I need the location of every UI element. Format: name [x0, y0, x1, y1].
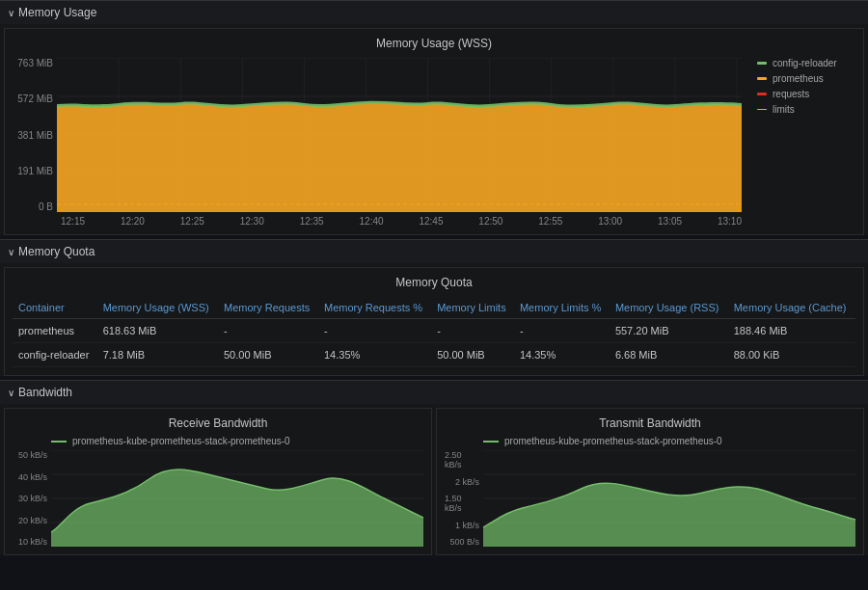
memory-usage-section: Memory Usage Memory Usage (WSS) 763 MiB … — [0, 0, 868, 235]
transmit-bw-legend: prometheus-kube-prometheus-stack-prometh… — [483, 436, 855, 446]
cell-memory-rss: 6.68 MiB — [610, 343, 728, 367]
transmit-bw-title: Transmit Bandwidth — [445, 416, 855, 430]
bandwidth-title: Bandwidth — [18, 386, 72, 399]
col-memory-rss: Memory Usage (RSS) — [610, 297, 728, 319]
col-container: Container — [13, 297, 97, 319]
cell-memory-requests-pct: 14.35% — [318, 343, 431, 367]
transmit-bandwidth-chart: Transmit Bandwidth prometheus-kube-prome… — [436, 408, 864, 555]
receive-bandwidth-chart: Receive Bandwidth prometheus-kube-promet… — [4, 408, 432, 555]
transmit-bw-chart-body: 2.50 kB/s 2 kB/s 1.50 kB/s 1 kB/s 500 B/… — [445, 450, 855, 547]
memory-usage-main-chart — [57, 58, 742, 212]
bandwidth-header[interactable]: Bandwidth — [0, 380, 868, 404]
col-memory-requests: Memory Requests — [218, 297, 318, 319]
memory-quota-header[interactable]: Memory Quota — [0, 239, 868, 263]
memory-quota-title: Memory Quota — [18, 245, 95, 258]
cell-memory-requests: - — [218, 319, 318, 343]
table-row: prometheus 618.63 MiB - - - - 557.20 MiB… — [13, 319, 855, 343]
memory-quota-table-panel: Memory Quota Container Memory Usage (WSS… — [4, 267, 864, 376]
receive-bw-legend: prometheus-kube-prometheus-stack-prometh… — [51, 436, 423, 446]
memory-usage-y-axis: 763 MiB 572 MiB 381 MiB 191 MiB 0 B — [13, 58, 57, 212]
table-header-row: Container Memory Usage (WSS) Memory Requ… — [13, 297, 855, 319]
cell-memory-cache: 88.00 KiB — [728, 343, 855, 367]
memory-usage-x-axis: 12:15 12:20 12:25 12:30 12:35 12:40 12:4… — [61, 212, 742, 227]
table-row: config-reloader 7.18 MiB 50.00 MiB 14.35… — [13, 343, 855, 367]
cell-container: config-reloader — [13, 343, 97, 367]
legend-item-prometheus: prometheus — [757, 73, 855, 84]
legend-item-config-reloader: config-reloader — [757, 58, 855, 68]
transmit-bw-main-chart — [483, 450, 855, 547]
memory-quota-table: Container Memory Usage (WSS) Memory Requ… — [13, 297, 855, 367]
transmit-legend-line — [483, 441, 499, 442]
receive-bw-chart-body: 50 kB/s 40 kB/s 30 kB/s 20 kB/s 10 kB/s — [13, 450, 423, 547]
bandwidth-section: Bandwidth Receive Bandwidth prometheus-k… — [0, 380, 868, 555]
memory-usage-chart-area: 763 MiB 572 MiB 381 MiB 191 MiB 0 B — [13, 58, 742, 227]
cell-memory-limits-pct: - — [514, 319, 610, 343]
transmit-legend-label: prometheus-kube-prometheus-stack-prometh… — [504, 436, 722, 446]
col-memory-limits-pct: Memory Limits % — [514, 297, 610, 319]
receive-bw-y-axis: 50 kB/s 40 kB/s 30 kB/s 20 kB/s 10 kB/s — [13, 450, 51, 547]
memory-quota-section: Memory Quota Memory Quota Container Memo… — [0, 239, 868, 376]
memory-quota-table-title: Memory Quota — [13, 276, 855, 289]
transmit-bw-y-axis: 2.50 kB/s 2 kB/s 1.50 kB/s 1 kB/s 500 B/… — [445, 450, 483, 547]
cell-memory-requests-pct: - — [318, 319, 431, 343]
receive-bw-main-chart — [51, 450, 423, 547]
cell-memory-cache: 188.46 MiB — [728, 319, 855, 343]
legend-color-limits — [757, 109, 767, 110]
cell-memory-wss: 618.63 MiB — [97, 319, 218, 343]
memory-usage-title: Memory Usage — [18, 6, 96, 19]
legend-item-limits: limits — [757, 104, 855, 115]
legend-color-config-reloader — [757, 62, 767, 65]
cell-memory-rss: 557.20 MiB — [610, 319, 728, 343]
memory-usage-legend: config-reloader prometheus requests limi… — [749, 58, 855, 227]
legend-item-requests: requests — [757, 89, 855, 99]
bandwidth-charts: Receive Bandwidth prometheus-kube-promet… — [4, 408, 864, 555]
memory-usage-chart-panel: Memory Usage (WSS) 763 MiB 572 MiB 381 M… — [4, 28, 864, 235]
col-memory-requests-pct: Memory Requests % — [318, 297, 431, 319]
memory-usage-chart-container: 763 MiB 572 MiB 381 MiB 191 MiB 0 B — [13, 58, 855, 227]
memory-usage-header[interactable]: Memory Usage — [0, 0, 868, 24]
receive-legend-label: prometheus-kube-prometheus-stack-prometh… — [72, 436, 290, 446]
memory-usage-chart-title: Memory Usage (WSS) — [13, 37, 855, 50]
col-memory-limits: Memory Limits — [431, 297, 514, 319]
receive-legend-line — [51, 441, 67, 442]
receive-bw-title: Receive Bandwidth — [13, 416, 423, 430]
col-memory-cache: Memory Usage (Cache) — [728, 297, 855, 319]
cell-memory-limits: 50.00 MiB — [431, 343, 514, 367]
cell-memory-requests: 50.00 MiB — [218, 343, 318, 367]
chart-with-axis: 763 MiB 572 MiB 381 MiB 191 MiB 0 B — [13, 58, 742, 212]
legend-color-prometheus — [757, 77, 767, 80]
cell-memory-limits: - — [431, 319, 514, 343]
cell-memory-limits-pct: 14.35% — [514, 343, 610, 367]
cell-memory-wss: 7.18 MiB — [97, 343, 218, 367]
cell-container: prometheus — [13, 319, 97, 343]
legend-color-requests — [757, 93, 767, 95]
col-memory-wss: Memory Usage (WSS) — [97, 297, 218, 319]
